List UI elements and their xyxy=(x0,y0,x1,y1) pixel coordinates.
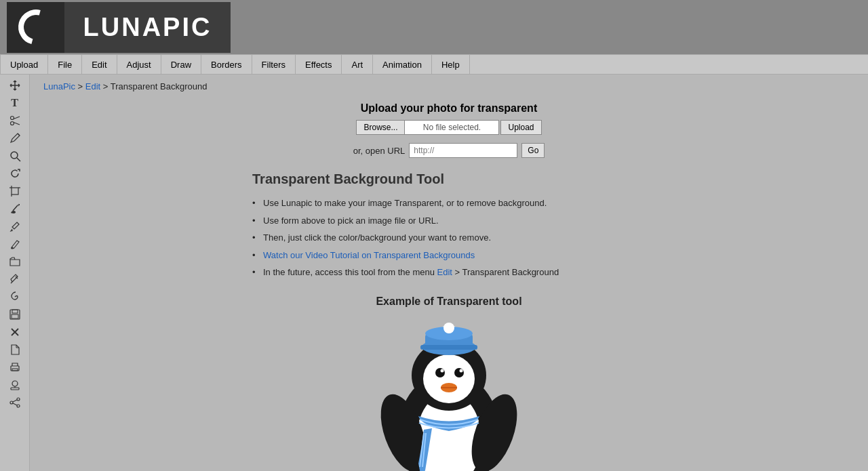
brush-icon[interactable] xyxy=(5,236,25,252)
folder-icon[interactable] xyxy=(5,253,25,270)
nav-draw[interactable]: Draw xyxy=(161,55,201,74)
close-icon[interactable] xyxy=(5,324,25,340)
svg-point-0 xyxy=(10,117,14,120)
rotate-icon[interactable] xyxy=(5,165,25,182)
crop-icon[interactable] xyxy=(5,183,25,199)
svg-point-41 xyxy=(454,368,464,377)
bullet-1: Use Lunapic to make your image Transpare… xyxy=(252,197,646,210)
navbar: Upload File Edit Adjust Draw Borders Fil… xyxy=(0,54,868,75)
swirl-icon[interactable] xyxy=(5,289,25,305)
nav-effects[interactable]: Effects xyxy=(296,55,342,74)
svg-rect-6 xyxy=(12,188,18,194)
svg-point-4 xyxy=(11,152,18,159)
svg-rect-15 xyxy=(12,314,18,319)
svg-rect-36 xyxy=(420,345,477,350)
example-title: Example of Transparent tool xyxy=(43,295,854,308)
svg-point-23 xyxy=(17,398,20,401)
breadcrumb-sep1: > xyxy=(78,81,85,91)
svg-point-11 xyxy=(11,247,14,249)
svg-point-20 xyxy=(12,381,18,386)
breadcrumb-current: Transparent Background xyxy=(111,81,208,91)
upload-button[interactable]: Upload xyxy=(500,120,541,135)
example-section: Example of Transparent tool xyxy=(43,295,854,472)
main-layout: T xyxy=(0,75,868,471)
svg-line-2 xyxy=(14,117,20,119)
content: LunaPic > Edit > Transparent Background … xyxy=(30,75,868,471)
logo-text-area: LUNAPIC xyxy=(64,2,231,53)
logo-text: LUNAPIC xyxy=(83,13,212,42)
video-tutorial-link[interactable]: Watch our Video Tutorial on Transparent … xyxy=(263,250,475,260)
tool-section: Transparent Background Tool Use Lunapic … xyxy=(212,171,686,279)
nav-edit[interactable]: Edit xyxy=(82,55,117,74)
browse-button[interactable]: Browse... xyxy=(356,120,404,135)
nav-animation[interactable]: Animation xyxy=(373,55,432,74)
nav-art[interactable]: Art xyxy=(342,55,373,74)
svg-rect-19 xyxy=(12,369,18,371)
go-button[interactable]: Go xyxy=(521,143,545,158)
svg-point-24 xyxy=(17,405,20,407)
nav-help[interactable]: Help xyxy=(432,55,470,74)
text-icon[interactable]: T xyxy=(5,95,25,111)
url-row: or, open URL Go xyxy=(43,143,854,158)
nav-borders[interactable]: Borders xyxy=(201,55,252,74)
new-file-icon[interactable] xyxy=(5,342,25,358)
tool-list: Use Lunapic to make your image Transpare… xyxy=(252,197,646,279)
bullet-2: Use form above to pick an image file or … xyxy=(252,214,646,228)
url-input[interactable] xyxy=(409,143,517,158)
svg-point-1 xyxy=(10,122,14,125)
file-name-display: No file selected. xyxy=(404,120,499,135)
svg-point-40 xyxy=(435,368,445,377)
penguin-illustration xyxy=(43,314,854,472)
zoom-icon[interactable] xyxy=(5,148,25,164)
svg-point-25 xyxy=(10,401,13,404)
svg-rect-14 xyxy=(12,310,18,313)
eraser-icon[interactable] xyxy=(5,271,25,287)
breadcrumb: LunaPic > Edit > Transparent Background xyxy=(43,81,854,91)
svg-point-37 xyxy=(443,323,454,333)
bullet-5: In the future, access this tool from the… xyxy=(252,266,646,279)
nav-upload[interactable]: Upload xyxy=(0,55,48,74)
svg-line-3 xyxy=(14,123,20,125)
svg-line-27 xyxy=(13,403,17,405)
nav-filters[interactable]: Filters xyxy=(252,55,296,74)
bullet-4: Watch our Video Tutorial on Transparent … xyxy=(252,249,646,262)
svg-line-5 xyxy=(17,158,20,161)
header: LUNAPIC xyxy=(0,0,868,54)
paint-brush-icon[interactable] xyxy=(5,201,25,217)
svg-rect-21 xyxy=(11,388,19,390)
breadcrumb-edit-link[interactable]: Edit xyxy=(85,81,100,91)
breadcrumb-home-link[interactable]: LunaPic xyxy=(43,81,75,91)
upload-title: Upload your photo for transparent xyxy=(43,102,854,115)
svg-point-42 xyxy=(441,369,444,372)
penguin-svg xyxy=(313,314,585,472)
logo-icon-area xyxy=(7,2,64,53)
stamp-icon[interactable] xyxy=(5,377,25,393)
svg-point-32 xyxy=(423,354,475,403)
nav-adjust[interactable]: Adjust xyxy=(117,55,161,74)
logo-c-icon xyxy=(12,3,60,51)
breadcrumb-sep2: > xyxy=(103,81,111,91)
upload-controls: Browse... No file selected. Upload xyxy=(43,120,854,135)
upload-section: Upload your photo for transparent Browse… xyxy=(43,102,854,158)
svg-line-26 xyxy=(13,400,17,402)
url-label: or, open URL xyxy=(353,146,406,156)
save-icon[interactable] xyxy=(5,306,25,323)
dropper-icon[interactable] xyxy=(5,218,25,234)
edit-link[interactable]: Edit xyxy=(437,267,452,277)
logo: LUNAPIC xyxy=(7,2,231,53)
move-icon[interactable] xyxy=(5,77,25,94)
print-icon[interactable] xyxy=(5,359,25,375)
scissors-icon[interactable] xyxy=(5,112,25,129)
pencil-icon[interactable] xyxy=(5,130,25,146)
bullet-3: Then, just click the color/background yo… xyxy=(252,231,646,245)
svg-point-43 xyxy=(460,369,463,372)
tool-title: Transparent Background Tool xyxy=(252,171,646,187)
sidebar: T xyxy=(0,75,30,471)
share-icon[interactable] xyxy=(5,394,25,411)
nav-file[interactable]: File xyxy=(48,55,82,74)
